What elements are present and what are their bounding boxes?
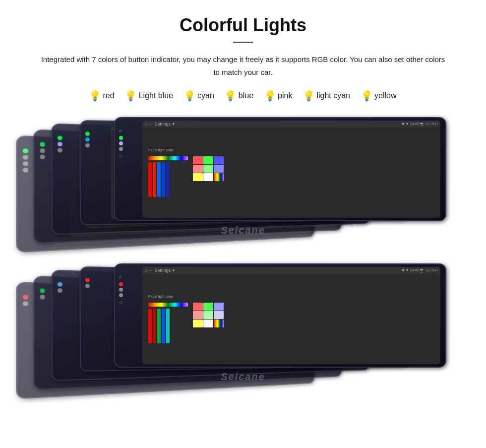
left-btns-2-5 [23, 295, 28, 306]
bulb-cyan-icon: 💡 [184, 89, 195, 102]
color-label-red: red [103, 91, 115, 100]
bulb-yellow-icon: 💡 [361, 89, 372, 102]
color-item-red: 💡 red [90, 89, 115, 102]
bulb-blue-icon: 💡 [225, 89, 236, 102]
left-btns-2-3 [58, 282, 62, 293]
device-layer-2-1: ⌂ ◁ ⌂ ← Settings ✦ ✱ ▼ 14:40 📷 ◁ □ ⊓ ↩ P… [114, 263, 446, 368]
device-showcase-1: ⌂Settings ⌂Settings [20, 117, 466, 246]
rainbow-bar-2 [148, 303, 188, 307]
panel-label-2: Panel light color [148, 295, 173, 298]
panel-label: Panel light color [148, 148, 173, 152]
page-title: Colorful Lights [20, 15, 466, 36]
left-btns-3 [58, 136, 62, 153]
bulb-light-cyan-icon: 💡 [303, 89, 314, 102]
color-bars-2 [148, 309, 188, 343]
device-showcase-2: ⌂ ◁ ⌂ ← Settings ✦ ✱ ▼ 14:40 📷 ◁ □ ⊓ ↩ P… [20, 263, 466, 392]
left-btns-2-2 [85, 278, 90, 288]
color-label-cyan: cyan [197, 91, 214, 100]
page-wrapper: Colorful Lights Integrated with 7 colors… [0, 0, 486, 422]
rainbow-bar [148, 156, 188, 160]
left-btns-1: ⌂ ◁ [119, 128, 123, 158]
left-btns-2 [85, 131, 90, 147]
color-item-cyan: 💡 cyan [184, 89, 214, 102]
color-item-blue: 💡 blue [225, 89, 253, 102]
bulb-pink-icon: 💡 [264, 89, 275, 102]
bulb-red-icon: 💡 [90, 89, 101, 102]
color-item-light-blue: 💡 Light blue [125, 89, 173, 102]
main-screen-header: ⌂ ← Settings ✦ ✱ ▼ 14:40 📷 ◁ □ ⊓ ↩ [142, 121, 440, 128]
main-screen-content-2: Panel light color [142, 274, 440, 364]
title-divider [233, 42, 253, 43]
color-item-light-cyan: 💡 light cyan [303, 89, 350, 102]
color-label-yellow: yellow [374, 91, 396, 100]
color-label-light-cyan: light cyan [316, 91, 350, 100]
color-label-light-blue: Light blue [139, 91, 173, 100]
color-grid-2 [193, 303, 224, 327]
main-screen-1: ⌂ ← Settings ✦ ✱ ▼ 14:40 📷 ◁ □ ⊓ ↩ Panel… [142, 121, 440, 218]
bulb-light-blue-icon: 💡 [125, 89, 136, 102]
left-btns-2-1: ⌂ ◁ [119, 274, 123, 305]
left-btns-2-4 [40, 288, 45, 299]
main-screen-header-2: ⌂ ← Settings ✦ ✱ ▼ 14:40 📷 ◁ □ ⊓ ↩ [142, 267, 440, 274]
main-screen-2: ⌂ ← Settings ✦ ✱ ▼ 14:40 📷 ◁ □ ⊓ ↩ Panel… [142, 267, 440, 364]
color-indicators-row: 💡 red 💡 Light blue 💡 cyan 💡 blue 💡 pink … [20, 89, 466, 102]
section-gap [20, 256, 466, 263]
color-label-pink: pink [278, 91, 292, 100]
description-text: Integrated with 7 colors of button indic… [40, 53, 446, 78]
main-screen-content: Panel light color [142, 128, 440, 218]
device-layer-1: ⌂ ◁ ⌂ ← Settings ✦ ✱ ▼ 14:40 📷 ◁ □ ⊓ ↩ P… [114, 117, 446, 221]
color-grid-main [193, 156, 224, 181]
color-item-pink: 💡 pink [264, 89, 292, 102]
color-bars-main [148, 162, 188, 197]
device-stack-2: ⌂ ◁ ⌂ ← Settings ✦ ✱ ▼ 14:40 📷 ◁ □ ⊓ ↩ P… [40, 263, 446, 392]
color-label-blue: blue [239, 91, 253, 100]
device-stack-1: ⌂Settings ⌂Settings [40, 117, 446, 246]
left-btns-4 [40, 142, 45, 159]
color-item-yellow: 💡 yellow [361, 89, 396, 102]
left-btns-5 [23, 148, 28, 172]
